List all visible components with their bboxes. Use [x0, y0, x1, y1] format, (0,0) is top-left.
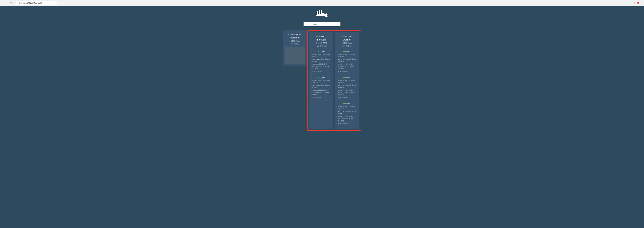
status-dot: [288, 34, 289, 35]
node-name-text: work-02: [344, 35, 352, 38]
address-bar[interactable]: ⚠ 不安全 http://192.168.59.16:8099: [14, 1, 57, 5]
container-details: image : nginx:1.18.0-alpine@sha2 tag : 1…: [338, 53, 356, 72]
node-info: 3.819G RAM x86_64/linux: [342, 42, 352, 47]
container-name-text: nginx: [320, 76, 325, 79]
container-status-dot: [343, 51, 345, 52]
node-role: worker: [343, 38, 351, 41]
empty-container-slot: [285, 47, 304, 64]
browser-actions: ☆ ◾ A ⋮: [630, 2, 643, 4]
container-name: nginx: [312, 76, 330, 79]
security-icon: ⚠: [15, 2, 16, 4]
more-icon[interactable]: ⋮: [640, 2, 643, 4]
node-name-text: manager-01: [290, 33, 302, 36]
container-card[interactable]: nginx image : nginx:1.18.0-alpine@sha2 t…: [337, 75, 357, 100]
node-containers: nginx image : nginx:1.18.0-alpine@sha2 t…: [337, 49, 357, 126]
container-name: nginx: [312, 50, 330, 52]
node-info: 3.819G RAM x86_64/linux: [290, 40, 300, 45]
swarm-group: work-01 manager 3.819G RAM x86_64/linux …: [307, 31, 361, 131]
svg-rect-2: [321, 12, 322, 13]
filter-container: [304, 22, 340, 26]
filter-input[interactable]: [304, 22, 340, 26]
forward-button[interactable]: →: [5, 2, 8, 5]
container-name-text: nginx: [345, 103, 350, 105]
svg-rect-8: [321, 10, 322, 11]
node-manager-01: manager-01 manager 3.819G RAM x86_64/lin…: [283, 31, 306, 66]
container-name: nginx: [338, 103, 356, 105]
container-status-dot: [343, 77, 345, 78]
container-name-text: nginx: [345, 50, 350, 52]
node-role: manager: [316, 38, 326, 41]
browser-chrome: ← → ↻ ⚠ 不安全 http://192.168.59.16:8099 ☆ …: [0, 0, 644, 6]
container-status-dot: [343, 103, 345, 104]
profile-icon[interactable]: A: [636, 2, 639, 4]
container-name: nginx: [338, 50, 356, 52]
status-dot: [316, 36, 318, 37]
container-details: image : nginx:1.18.0-alpine@sha2 tag : 1…: [338, 79, 356, 98]
svg-rect-1: [319, 12, 320, 13]
container-card[interactable]: nginx image : nginx:1.18.0-alpine@sha2 t…: [311, 75, 332, 100]
extension-icon[interactable]: ◾: [633, 2, 636, 4]
url-text: http://192.168.59.16:8099: [23, 2, 42, 4]
back-button[interactable]: ←: [1, 2, 4, 5]
node-name: work-02: [342, 35, 352, 38]
container-details: image : nginx:1.18.0-alpine@sha2 tag : 1…: [338, 105, 356, 124]
node-name-text: work-01: [318, 35, 326, 38]
star-icon[interactable]: ☆: [630, 2, 632, 4]
svg-rect-3: [317, 13, 318, 15]
svg-rect-0: [317, 12, 318, 13]
container-name: nginx: [338, 76, 356, 79]
container-name-text: nginx: [345, 76, 350, 79]
security-label: 不安全: [17, 2, 22, 4]
container-details: image : nginx:1.18.0-alpine@sha2 tag : 1…: [312, 53, 330, 72]
node-containers: nginx image : nginx:1.18.0-alpine@sha2 t…: [311, 49, 332, 100]
node-info: 3.819G RAM x86_64/linux: [316, 42, 327, 47]
container-name-text: nginx: [320, 50, 325, 52]
node-work-01: work-01 manager 3.819G RAM x86_64/linux …: [309, 33, 334, 129]
status-dot: [342, 36, 343, 37]
docker-logo: [315, 10, 329, 19]
reload-button[interactable]: ↻: [10, 2, 12, 5]
main-page: manager-01 manager 3.819G RAM x86_64/lin…: [0, 6, 644, 228]
cluster-layout: manager-01 manager 3.819G RAM x86_64/lin…: [283, 31, 361, 131]
container-status-dot: [318, 77, 319, 78]
container-card[interactable]: nginx image : nginx:1.18.0-alpine@sha2 t…: [337, 49, 357, 74]
svg-rect-7: [319, 10, 320, 11]
node-name: manager-01: [288, 33, 302, 36]
address-bar-area: ⚠ 不安全 http://192.168.59.16:8099: [14, 1, 629, 5]
node-containers: [285, 47, 304, 64]
container-status-dot: [318, 51, 319, 52]
container-details: image : nginx:1.18.0-alpine@sha2 tag : 1…: [312, 79, 330, 98]
container-card[interactable]: nginx image : nginx:1.18.0-alpine@sha2 t…: [337, 101, 357, 126]
node-name: work-01: [316, 35, 326, 38]
node-role: manager: [290, 36, 300, 39]
node-work-02: work-02 worker 3.819G RAM x86_64/linux n…: [335, 33, 359, 129]
container-card[interactable]: nginx image : nginx:1.18.0-alpine@sha2 t…: [311, 49, 332, 74]
